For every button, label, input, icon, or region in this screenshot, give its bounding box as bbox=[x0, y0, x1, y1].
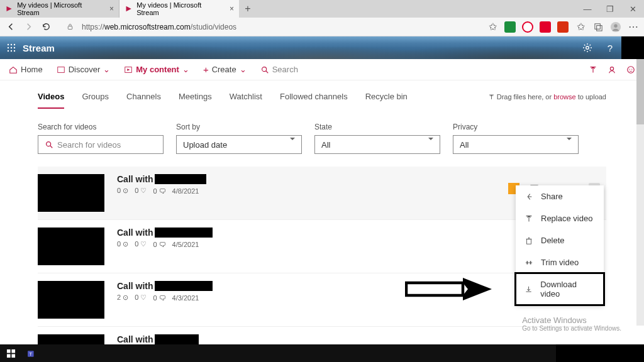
svg-marker-19 bbox=[128, 69, 130, 71]
video-title[interactable]: Call with bbox=[117, 334, 199, 344]
video-stats: 0 ⊙ 0 ♡ 0 🗨 4/5/2021 bbox=[117, 240, 213, 248]
nav-home[interactable]: Home bbox=[9, 65, 43, 74]
video-stats: 2 ⊙ 0 ♡ 0 🗨 4/3/2021 bbox=[117, 293, 213, 302]
search-placeholder: Search for videos bbox=[57, 140, 121, 150]
svg-point-22 bbox=[610, 67, 613, 70]
svg-point-24 bbox=[630, 69, 630, 69]
upload-icon[interactable] bbox=[589, 65, 597, 74]
close-icon[interactable]: × bbox=[109, 4, 114, 13]
start-button[interactable] bbox=[0, 344, 21, 362]
browser-tab-active[interactable]: My videos | Microsoft Stream × bbox=[119, 0, 239, 18]
read-aloud-icon[interactable]: ✩ bbox=[487, 21, 498, 33]
browser-tab[interactable]: My videos | Microsoft Stream × bbox=[0, 0, 119, 18]
tab-channels[interactable]: Channels bbox=[126, 92, 161, 109]
svg-rect-3 bbox=[594, 24, 599, 29]
forward-icon bbox=[23, 21, 34, 33]
svg-rect-39 bbox=[6, 349, 10, 353]
sort-label: Sort by bbox=[176, 123, 302, 131]
window-minimize-icon[interactable]: — bbox=[576, 4, 599, 14]
svg-line-21 bbox=[265, 70, 268, 73]
menu-replace[interactable]: Replace video bbox=[516, 207, 604, 229]
svg-point-6 bbox=[614, 24, 617, 27]
redacted-text bbox=[155, 174, 206, 184]
svg-point-12 bbox=[14, 47, 15, 48]
extension-icon[interactable] bbox=[504, 21, 516, 33]
taskbar-teams-icon[interactable]: T bbox=[21, 344, 43, 362]
svg-point-26 bbox=[47, 142, 51, 146]
taskbar-redacted bbox=[556, 344, 644, 362]
menu-delete[interactable]: Delete bbox=[516, 229, 604, 251]
video-thumbnail[interactable] bbox=[38, 281, 104, 319]
svg-line-27 bbox=[50, 146, 53, 148]
svg-point-20 bbox=[262, 67, 266, 71]
new-tab-button[interactable]: + bbox=[239, 3, 257, 14]
svg-point-23 bbox=[628, 66, 635, 73]
chevron-down-icon bbox=[290, 140, 295, 150]
browser-tabstrip: My videos | Microsoft Stream × My videos… bbox=[0, 0, 644, 18]
menu-trim[interactable]: Trim video bbox=[516, 251, 604, 273]
smile-icon[interactable] bbox=[626, 65, 635, 74]
profile-icon[interactable] bbox=[610, 21, 621, 33]
nav-search[interactable]: Search bbox=[260, 65, 298, 74]
lock-icon bbox=[64, 21, 75, 33]
state-dropdown[interactable]: All bbox=[314, 135, 440, 154]
nav-create[interactable]: +Create ⌄ bbox=[203, 64, 247, 75]
extension-opera-icon[interactable] bbox=[522, 21, 533, 33]
svg-marker-0 bbox=[6, 6, 11, 11]
svg-rect-4 bbox=[596, 26, 601, 31]
address-bar[interactable]: https://web.microsoftstream.com/studio/v… bbox=[82, 23, 480, 31]
svg-point-16 bbox=[586, 47, 589, 50]
tab-recycle[interactable]: Recycle bin bbox=[365, 92, 408, 109]
svg-rect-2 bbox=[68, 26, 72, 30]
menu-download[interactable]: Download video bbox=[516, 273, 604, 305]
more-icon[interactable]: ⋯ bbox=[628, 21, 639, 33]
browser-toolbar: https://web.microsoftstream.com/studio/v… bbox=[0, 18, 644, 36]
window-restore-icon[interactable]: ❐ bbox=[599, 4, 621, 14]
sort-dropdown[interactable]: Upload date bbox=[176, 135, 302, 154]
search-label: Search for videos bbox=[38, 123, 164, 131]
extension-icon[interactable] bbox=[557, 21, 569, 33]
svg-point-11 bbox=[11, 47, 12, 48]
video-title[interactable]: Call with bbox=[117, 228, 213, 238]
settings-gear-icon[interactable] bbox=[576, 36, 599, 59]
search-input[interactable]: Search for videos bbox=[38, 135, 164, 154]
state-label: State bbox=[314, 123, 440, 131]
extension-icon[interactable] bbox=[540, 21, 551, 33]
video-thumbnail[interactable] bbox=[38, 228, 104, 265]
svg-marker-38 bbox=[463, 278, 492, 300]
svg-rect-17 bbox=[57, 67, 64, 72]
video-stats: 0 ⊙ 0 ♡ 0 🗨 4/8/2021 bbox=[117, 187, 206, 195]
stream-banner: Stream ? bbox=[0, 36, 644, 59]
windows-activation-watermark: Activate Windows Go to Settings to activ… bbox=[522, 315, 621, 332]
svg-point-9 bbox=[14, 44, 15, 45]
svg-rect-42 bbox=[11, 354, 15, 358]
annotation-arrow bbox=[405, 277, 493, 302]
tab-meetings[interactable]: Meetings bbox=[179, 92, 212, 109]
nav-discover[interactable]: Discover ⌄ bbox=[57, 65, 111, 74]
video-title[interactable]: Call with bbox=[117, 174, 206, 184]
video-title[interactable]: Call with bbox=[117, 281, 213, 291]
menu-share[interactable]: Share bbox=[516, 185, 604, 207]
app-launcher-icon[interactable] bbox=[0, 36, 23, 59]
favorites-icon[interactable]: ✩ bbox=[575, 21, 586, 33]
privacy-dropdown[interactable]: All bbox=[453, 135, 579, 154]
page-scrollbar[interactable] bbox=[636, 36, 644, 326]
tab-groups[interactable]: Groups bbox=[82, 92, 109, 109]
close-icon[interactable]: × bbox=[230, 4, 234, 13]
svg-point-10 bbox=[8, 47, 9, 48]
window-close-icon[interactable]: ✕ bbox=[621, 4, 644, 14]
collections-icon[interactable] bbox=[592, 21, 604, 33]
back-icon[interactable] bbox=[5, 21, 16, 33]
redacted-avatar bbox=[621, 36, 644, 59]
tab-followed[interactable]: Followed channels bbox=[280, 92, 348, 109]
reload-icon[interactable] bbox=[40, 21, 52, 33]
brand-name[interactable]: Stream bbox=[23, 43, 55, 53]
help-icon[interactable]: ? bbox=[599, 36, 621, 59]
video-thumbnail[interactable] bbox=[38, 174, 104, 212]
tab-watchlist[interactable]: Watchlist bbox=[230, 92, 262, 109]
people-icon[interactable] bbox=[608, 65, 616, 74]
redacted-text bbox=[155, 334, 199, 344]
nav-my-content[interactable]: My content ⌄ bbox=[124, 65, 189, 74]
tab-videos[interactable]: Videos bbox=[38, 92, 64, 109]
browse-link[interactable]: browse bbox=[553, 93, 575, 101]
